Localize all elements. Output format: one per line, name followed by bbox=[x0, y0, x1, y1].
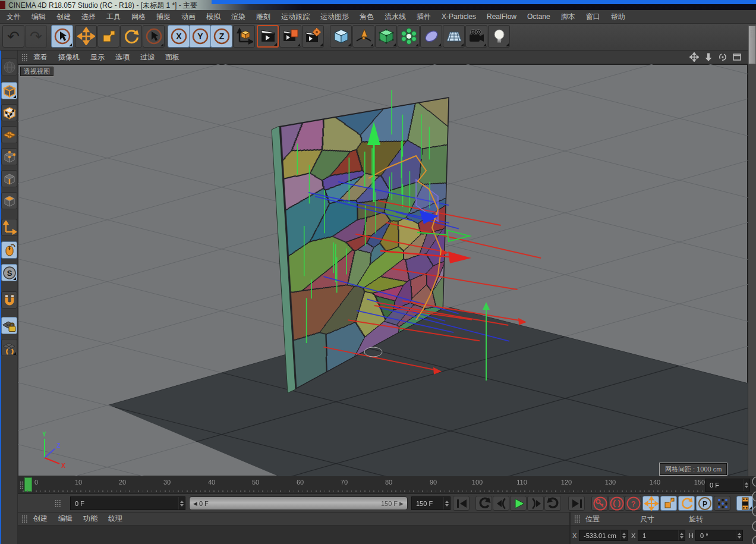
window-titlebar[interactable]: CINEMA 4D R18.057 Studio (RC - R18) - [未… bbox=[0, 0, 756, 10]
frame-range-slider[interactable]: ◀ 0 F 150 F ▶ bbox=[189, 496, 408, 510]
view-zoom-icon[interactable] bbox=[704, 52, 713, 62]
model-mode-button[interactable] bbox=[1, 82, 17, 99]
vp-menu-view[interactable]: 查看 bbox=[28, 51, 53, 64]
z-axis-lock-button[interactable]: Z bbox=[210, 25, 232, 48]
x-axis-lock-button[interactable]: X bbox=[168, 25, 190, 48]
timeline-playhead[interactable] bbox=[24, 477, 32, 492]
menu-edit[interactable]: 编辑 bbox=[26, 10, 51, 24]
position-x-field[interactable]: -533.01 cm bbox=[579, 530, 628, 541]
snap-toggle-button[interactable] bbox=[1, 291, 17, 309]
workplane-lock-button[interactable] bbox=[1, 317, 17, 334]
menu-file[interactable]: 文件 bbox=[1, 10, 26, 24]
key-parameter-toggle[interactable]: P bbox=[696, 496, 713, 511]
menu-create[interactable]: 创建 bbox=[51, 10, 76, 24]
light-button[interactable] bbox=[488, 25, 510, 48]
menu-sculpt[interactable]: 雕刻 bbox=[251, 10, 276, 24]
stepper-icon[interactable] bbox=[678, 530, 685, 540]
key-position-toggle[interactable] bbox=[642, 496, 659, 511]
right-panel-splitter[interactable] bbox=[748, 26, 756, 64]
workplane-snap-button[interactable] bbox=[1, 339, 17, 356]
play-backward-button[interactable] bbox=[475, 496, 492, 511]
menu-snap[interactable]: 捕捉 bbox=[151, 10, 176, 24]
menu-octane[interactable]: Octane bbox=[522, 10, 556, 24]
rotation-h-field[interactable]: 0 ° bbox=[695, 530, 743, 541]
coordinate-system-button[interactable] bbox=[233, 25, 255, 48]
view-label[interactable]: 透视视图 bbox=[20, 67, 53, 76]
goto-start-button[interactable] bbox=[453, 496, 470, 511]
coordinate-globe-button[interactable] bbox=[1, 58, 17, 76]
render-picture-viewer-button[interactable] bbox=[279, 25, 301, 48]
vp-menu-display[interactable]: 显示 bbox=[85, 51, 110, 64]
menu-render[interactable]: 渲染 bbox=[226, 10, 251, 24]
selected-axis-head[interactable] bbox=[447, 230, 470, 241]
right-edge-buttons[interactable] bbox=[750, 476, 756, 544]
selection-tool-button[interactable] bbox=[143, 25, 165, 48]
stepper-icon[interactable] bbox=[178, 497, 185, 510]
vp-menu-filter[interactable]: 过滤 bbox=[135, 51, 160, 64]
menu-mograph[interactable]: 运动图形 bbox=[315, 10, 354, 24]
vp-menu-panel[interactable]: 面板 bbox=[160, 51, 185, 64]
range-right-arrow-icon[interactable]: ▶ bbox=[398, 501, 407, 507]
redo-button[interactable]: ↷ bbox=[25, 25, 47, 48]
material-menu-function[interactable]: 功能 bbox=[78, 512, 103, 526]
material-list-area[interactable] bbox=[18, 526, 569, 544]
timeline-end-spinner[interactable]: 0 F bbox=[705, 479, 750, 492]
stepper-icon[interactable] bbox=[620, 530, 627, 540]
menu-script[interactable]: 脚本 bbox=[556, 10, 581, 24]
material-grip[interactable] bbox=[21, 515, 28, 523]
live-selection-button[interactable] bbox=[51, 25, 73, 48]
next-frame-button[interactable] bbox=[527, 496, 544, 511]
add-cube-button[interactable] bbox=[330, 25, 352, 48]
menu-help[interactable]: 帮助 bbox=[606, 10, 631, 24]
mograph-cloner-button[interactable] bbox=[398, 25, 420, 48]
scale-tool-button[interactable] bbox=[97, 25, 119, 48]
coordinates-grip[interactable] bbox=[574, 515, 581, 523]
render-settings-button[interactable] bbox=[302, 25, 324, 48]
stepper-icon[interactable] bbox=[743, 479, 749, 491]
undo-button[interactable]: ↶ bbox=[2, 25, 24, 48]
key-pla-toggle[interactable] bbox=[714, 496, 730, 511]
menu-xparticles[interactable]: X-Particles bbox=[436, 10, 481, 24]
spline-pen-button[interactable] bbox=[352, 25, 374, 48]
x-axis-handle-head[interactable] bbox=[448, 251, 471, 263]
view-pan-icon[interactable] bbox=[689, 52, 699, 62]
menu-character[interactable]: 角色 bbox=[354, 10, 379, 24]
menu-realflow[interactable]: RealFlow bbox=[481, 10, 522, 24]
menu-pipeline[interactable]: 流水线 bbox=[379, 10, 411, 24]
tweak-mode-button[interactable] bbox=[1, 241, 17, 259]
rotate-tool-button[interactable] bbox=[120, 25, 142, 48]
keyframe-selection-button[interactable]: ? bbox=[625, 496, 641, 511]
move-tool-button[interactable] bbox=[75, 25, 97, 48]
texture-mode-button[interactable] bbox=[1, 104, 17, 121]
viewport-solo-button[interactable]: S bbox=[1, 264, 17, 281]
view-maximize-icon[interactable] bbox=[732, 52, 742, 62]
axis-mode-button[interactable] bbox=[1, 219, 17, 236]
menu-motion-tracker[interactable]: 运动跟踪 bbox=[276, 10, 315, 24]
stepper-icon[interactable] bbox=[443, 497, 450, 510]
play-forward-button[interactable] bbox=[510, 496, 527, 511]
size-x-field[interactable]: 1 bbox=[638, 530, 685, 541]
range-end-spinner[interactable]: 150 F bbox=[411, 496, 451, 510]
menu-simulate[interactable]: 模拟 bbox=[201, 10, 226, 24]
key-scale-toggle[interactable] bbox=[660, 496, 677, 511]
autokey-button[interactable] bbox=[608, 496, 625, 511]
previous-frame-button[interactable] bbox=[493, 496, 509, 511]
vp-menu-cameras[interactable]: 摄像机 bbox=[53, 51, 85, 64]
menu-animate[interactable]: 动画 bbox=[176, 10, 201, 24]
viewport-menubar-grip[interactable] bbox=[21, 54, 28, 61]
perspective-viewport[interactable]: Y Z X 透视视图 网格间距 : 1000 cm bbox=[18, 64, 748, 476]
subdivision-surface-button[interactable] bbox=[375, 25, 397, 48]
goto-end-button[interactable] bbox=[568, 496, 585, 511]
play-to-end-button[interactable] bbox=[544, 496, 561, 511]
menu-select[interactable]: 选择 bbox=[76, 10, 101, 24]
stepper-icon[interactable] bbox=[736, 530, 742, 540]
polygons-mode-button[interactable] bbox=[1, 192, 17, 209]
menu-plugins[interactable]: 插件 bbox=[411, 10, 436, 24]
record-keyframe-button[interactable] bbox=[591, 496, 608, 511]
transport-grip[interactable] bbox=[55, 499, 61, 507]
material-menu-edit[interactable]: 编辑 bbox=[53, 512, 78, 526]
vp-menu-options[interactable]: 选项 bbox=[110, 51, 135, 64]
range-left-arrow-icon[interactable]: ◀ bbox=[190, 501, 199, 507]
voronoi-fractured-plane[interactable] bbox=[279, 97, 449, 389]
current-frame-spinner[interactable]: 0 F bbox=[70, 496, 185, 510]
